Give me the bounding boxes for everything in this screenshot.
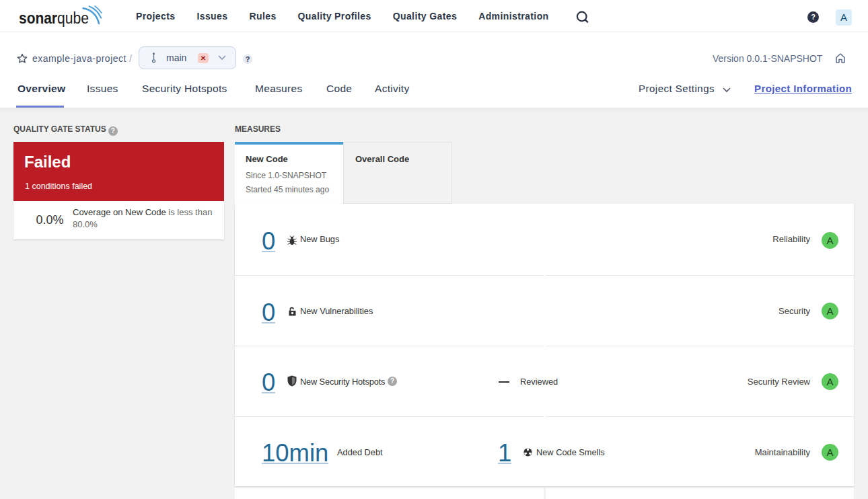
svg-text:qube: qube	[57, 9, 89, 27]
svg-text:sonar: sonar	[19, 9, 57, 27]
